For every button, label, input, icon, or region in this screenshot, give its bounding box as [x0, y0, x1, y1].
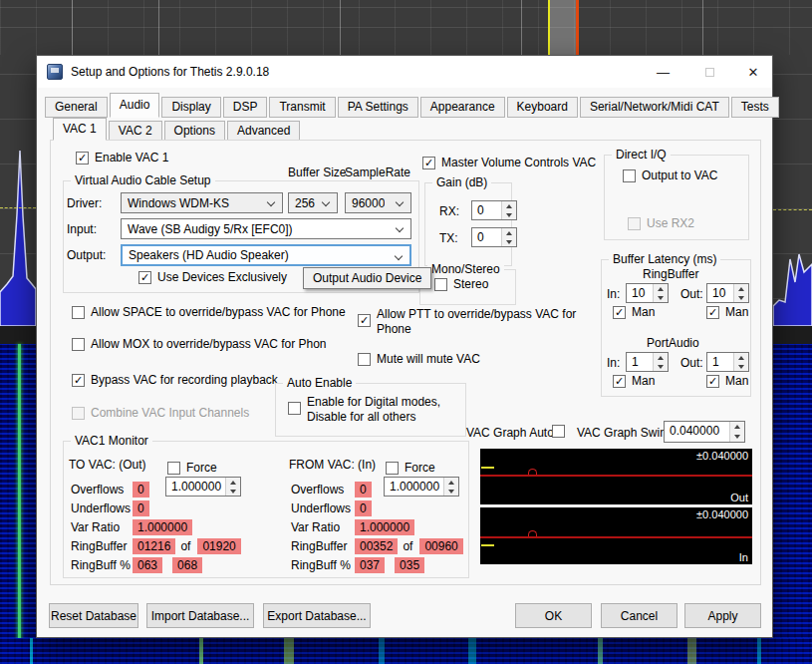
force-in-gain-spinner[interactable]: 1.000000: [384, 477, 459, 497]
auto-enable-checkbox[interactable]: Enable for Digital modes,Disable for all…: [288, 401, 466, 425]
driver-select[interactable]: Windows WDM-KS: [121, 192, 283, 213]
tab-serial-network-midi-cat[interactable]: Serial/Network/Midi CAT: [580, 97, 729, 118]
tab-keyboard[interactable]: Keyboard: [507, 97, 578, 118]
rb-out-spinner[interactable]: 10: [706, 283, 749, 303]
tab-dsp[interactable]: DSP: [223, 97, 268, 118]
checkbox-box: [72, 306, 85, 319]
export-database-button[interactable]: Export Database...: [263, 603, 371, 628]
checkbox-box: [288, 402, 301, 415]
master-volume-checkbox[interactable]: ✓ Master Volume Controls VAC: [422, 156, 596, 169]
minimize-button[interactable]: —: [640, 56, 686, 88]
spinner-up-icon[interactable]: [502, 201, 516, 210]
spinner-down-icon[interactable]: [654, 362, 668, 371]
sample-rate-select[interactable]: 96000: [345, 192, 411, 213]
force-in-checkbox[interactable]: Force: [386, 461, 435, 475]
spinner-down-icon[interactable]: [502, 237, 516, 246]
use-rx2-checkbox[interactable]: Use RX2: [628, 216, 694, 230]
spinner-up-icon[interactable]: [444, 478, 458, 487]
waterfall-streak: [199, 638, 203, 664]
spinner-down-icon[interactable]: [730, 432, 744, 442]
out-graph-range: ±0.040000: [696, 450, 748, 462]
spinner-up-icon[interactable]: [654, 284, 668, 293]
titlebar[interactable]: Setup and Options for Thetis 2.9.0.18 — …: [37, 56, 772, 88]
tx-gain-spinner[interactable]: 0: [471, 227, 517, 247]
input-select[interactable]: Wave (SB Audigy 5/Rx [EFC0]): [121, 218, 411, 239]
window-title: Setup and Options for Thetis 2.9.0.18: [71, 65, 269, 79]
allow-mox-checkbox[interactable]: Allow MOX to override/bypass VAC for Pho…: [72, 337, 327, 351]
bypass-vac-checkbox[interactable]: ✓ Bypass VAC for recording playback: [72, 373, 278, 387]
spinner-buttons[interactable]: [653, 284, 668, 302]
tab-options[interactable]: Options: [164, 121, 225, 141]
output-to-vac-checkbox[interactable]: Output to VAC: [623, 168, 717, 182]
waterfall-streak: [379, 638, 385, 664]
spinner-buttons[interactable]: [733, 353, 748, 371]
pa-in-spinner[interactable]: 1: [626, 352, 669, 372]
ringbuffer-label: RingBuffer: [643, 267, 698, 281]
waterfall-streak: [30, 638, 33, 664]
buffer-size-select[interactable]: 256: [288, 192, 338, 213]
enable-vac1-checkbox[interactable]: ✓ Enable VAC 1: [76, 151, 169, 165]
tab-audio[interactable]: Audio: [110, 93, 160, 118]
spinner-down-icon[interactable]: [444, 487, 458, 496]
stereo-checkbox[interactable]: Stereo: [434, 277, 488, 291]
tab-general[interactable]: General: [45, 97, 108, 118]
tab-vac2[interactable]: VAC 2: [109, 121, 162, 141]
tab-display[interactable]: Display: [161, 97, 220, 118]
spinner-buttons[interactable]: [729, 422, 744, 442]
spinner-up-icon[interactable]: [734, 353, 748, 362]
import-database-button[interactable]: Import Database...: [146, 603, 254, 628]
rb-out-man-checkbox[interactable]: ✓ Man: [706, 305, 748, 319]
spinner-buttons[interactable]: [501, 228, 516, 246]
spinner-buttons[interactable]: [443, 478, 458, 496]
apply-button[interactable]: Apply: [684, 603, 761, 628]
ok-button[interactable]: OK: [515, 603, 592, 628]
maximize-button[interactable]: [686, 56, 733, 88]
checkbox-box: ✓: [72, 374, 85, 387]
chevron-down-icon: [267, 198, 275, 206]
vac-graph-auto-checkbox[interactable]: [552, 424, 565, 438]
spinner-buttons[interactable]: [653, 353, 668, 371]
pa-in-man-checkbox[interactable]: ✓ Man: [613, 374, 655, 388]
spinner-buttons[interactable]: [225, 478, 240, 496]
spinner-down-icon[interactable]: [734, 293, 748, 302]
cancel-button[interactable]: Cancel: [601, 603, 677, 628]
spinner-down-icon[interactable]: [654, 293, 668, 302]
pa-out-spinner[interactable]: 1: [706, 352, 749, 372]
tab-transmit[interactable]: Transmit: [269, 97, 335, 118]
vac-graph-swing-spinner[interactable]: 0.040000: [664, 421, 745, 443]
allow-ptt-checkbox[interactable]: ✓ Allow PTT to override/bypass VAC forPh…: [358, 313, 596, 337]
rb-in-man-checkbox[interactable]: ✓ Man: [613, 305, 655, 319]
output-select[interactable]: Speakers (HD Audio Speaker): [121, 244, 411, 266]
spinner-up-icon[interactable]: [730, 422, 744, 432]
use-devices-exclusively-checkbox[interactable]: ✓ Use Devices Exclusively: [138, 270, 287, 284]
force-out-checkbox[interactable]: Force: [167, 461, 217, 475]
out-ringbuffer-row: RingBuffer01216of01920: [71, 537, 241, 554]
use-rx2-label: Use RX2: [647, 216, 694, 230]
spinner-up-icon[interactable]: [734, 284, 748, 293]
spinner-up-icon[interactable]: [654, 353, 668, 362]
spinner-buttons[interactable]: [501, 201, 516, 219]
spinner-up-icon[interactable]: [502, 228, 516, 237]
rx-gain-spinner[interactable]: 0: [471, 200, 517, 220]
spinner-down-icon[interactable]: [734, 362, 748, 371]
spinner-up-icon[interactable]: [226, 478, 240, 487]
allow-mox-label: Allow MOX to override/bypass VAC for Pho…: [91, 337, 327, 351]
sub-tab-strip: VAC 1 VAC 2 Options Advanced: [53, 118, 302, 141]
force-out-gain-spinner[interactable]: 1.000000: [165, 477, 241, 497]
spinner-down-icon[interactable]: [226, 487, 240, 496]
tab-pa-settings[interactable]: PA Settings: [338, 97, 418, 118]
tab-advanced[interactable]: Advanced: [227, 121, 300, 141]
rb-in-label: In:: [607, 287, 620, 301]
tab-tests[interactable]: Tests: [731, 97, 779, 118]
combine-vac-checkbox[interactable]: Combine VAC Input Channels: [72, 406, 249, 420]
rb-in-spinner[interactable]: 10: [626, 283, 669, 303]
reset-database-button[interactable]: Reset Database: [49, 603, 138, 628]
spinner-down-icon[interactable]: [502, 210, 516, 219]
mute-vac-checkbox[interactable]: Mute will mute VAC: [358, 352, 480, 366]
allow-space-checkbox[interactable]: Allow SPACE to override/bypass VAC for P…: [72, 305, 346, 319]
tab-vac1[interactable]: VAC 1: [53, 118, 107, 141]
close-button[interactable]: ✕: [733, 56, 773, 88]
tab-appearance[interactable]: Appearance: [420, 97, 505, 118]
spinner-buttons[interactable]: [733, 284, 748, 302]
pa-out-man-checkbox[interactable]: ✓ Man: [706, 374, 748, 388]
